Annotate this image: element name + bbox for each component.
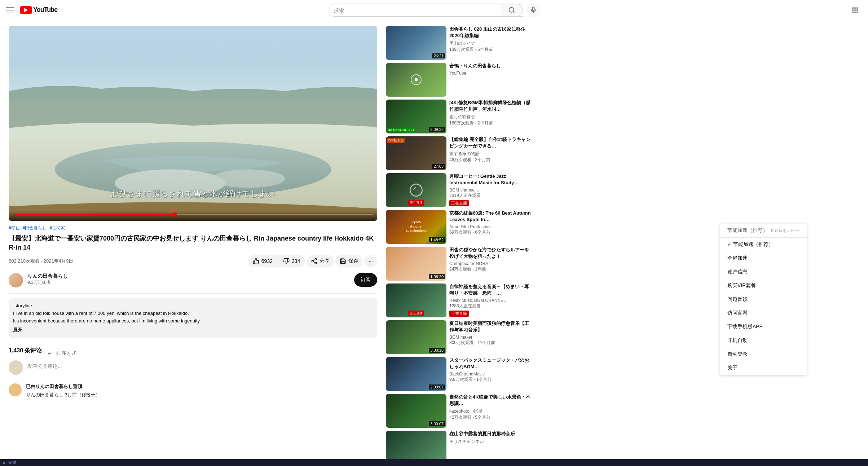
context-menu-item-mobile[interactable]: 下载手机版APP — [720, 320, 807, 334]
tag-kominka[interactable]: #古民家 — [49, 225, 65, 231]
context-menu-item-about[interactable]: 关于 — [720, 361, 807, 375]
like-dislike-container: 6932 334 — [248, 255, 305, 267]
sidebar-item[interactable]: 4K HEALING VID 3:09:32 [4K]修复BGM和排排鲜鲜绿色植… — [386, 100, 532, 133]
context-menu: 节能加速（推荐） 加速状态：开 开 ✓ 节能加速（推荐） 全局加速 账户信息 购… — [720, 224, 807, 375]
sidebar-title: 在山谷中露营的夏日的那种音乐 — [449, 431, 532, 437]
channel-details: りんの田舎暮らし 9.3万订阅者 — [27, 273, 354, 286]
comment-text: りんの田舎暮らし 3月前（修改于） — [26, 391, 377, 399]
svg-line-20 — [313, 260, 315, 261]
channel-avatar[interactable] — [9, 273, 23, 287]
sidebar-thumbnail — [386, 63, 446, 97]
dislike-button[interactable]: 334 — [278, 255, 305, 267]
context-menu-item-jieneng[interactable]: ✓ 节能加速（推荐） — [720, 238, 807, 251]
sidebar-item-info: 自然の音と4K映像で美しい水景色・不思議… kazephoto · 4K星 42… — [449, 394, 532, 428]
context-menu-item-quanju[interactable]: 全局加速 — [720, 251, 807, 265]
sidebar-meta: 188万次观看 · 2个月前 — [449, 120, 532, 126]
video-duration: 1:48:52 — [429, 237, 445, 242]
checkmark-icon: ✓ — [727, 241, 733, 247]
sidebar-channel: BGM maker — [449, 335, 532, 340]
sidebar-thumbnail: 正在直播 — [386, 283, 446, 317]
sidebar-thumbnail-kyoto: KyotoAutumn60 Selections 1:48:52 — [386, 210, 446, 244]
sidebar-item[interactable]: DIY軽トラ 27:03 【総集編 完全版】自作の軽トラキャンピングカーができる… — [386, 136, 532, 170]
sidebar-thumbnail: 3:00:07 — [386, 394, 446, 428]
video-player[interactable]: おひさまに照らされて雪と氷が解けてしまい — [9, 26, 377, 221]
youtube-logo[interactable]: YouTube — [20, 6, 57, 14]
tag-ijuu[interactable]: #移住 — [9, 225, 20, 231]
sidebar-title: 【総集編 完全版】自作の軽トラキャンピングカーができる… — [449, 136, 532, 149]
video-title: 【最安】北海道で一番安い家賃7000円の古民家の中お見せします りんの田舎暮らし… — [9, 234, 377, 252]
svg-rect-10 — [854, 12, 855, 13]
commenter-name[interactable]: 已由りんの田舎暮らし置顶 — [26, 384, 82, 389]
sidebar-item-kyoto[interactable]: KyotoAutumn60 Selections 1:48:52 京都の紅葉60… — [386, 210, 532, 244]
svg-rect-5 — [856, 7, 858, 8]
video-duration: 3:00:16 — [429, 348, 445, 353]
video-controls[interactable] — [9, 211, 377, 221]
sidebar-channel: 癒しの映像音 — [449, 114, 532, 120]
video-tags: #移住 #田舎暮らし #古民家 — [9, 225, 377, 231]
status-text: 完成 — [8, 460, 16, 465]
apps-icon[interactable] — [848, 3, 862, 17]
sidebar-channel: kazephoto · 4K星 — [449, 408, 532, 414]
like-button[interactable]: 6932 — [248, 255, 278, 267]
sidebar-item[interactable]: 3:00:16 夏日结束时美丽而孤独的疗愈音乐【工作与学习音乐】 BGM mak… — [386, 320, 532, 354]
sidebar-item[interactable]: 3:00:07 自然の音と4K映像で美しい水景色・不思議… kazephoto … — [386, 394, 532, 428]
sidebar-item[interactable]: 1:08:20 田舎の穏やかな海でひたすらルアーを投げて大物を狙ったよ！ Car… — [386, 247, 532, 281]
tag-inaka[interactable]: #田舎暮らし — [23, 225, 47, 231]
sidebar-item-info: 京都の紅葉60選: The 60 Best Autumn Leaves Spot… — [449, 210, 532, 244]
context-menu-item-vip[interactable]: 购买VIP套餐 — [720, 279, 807, 293]
sidebar-item-info: 田舎暮らし 028 里山の古民家に移住 2020年総集編 里山のシイナ 139万… — [449, 26, 532, 60]
subscribe-button[interactable]: 订阅 — [354, 273, 377, 287]
share-button[interactable]: 分享 — [307, 255, 334, 267]
sidebar-item[interactable]: 正在直播 月曜コーヒー: Gentle Jazz Instrumental Mu… — [386, 173, 532, 207]
save-button[interactable]: 保存 — [335, 255, 363, 267]
video-subtitle: おひさまに照らされて雪と氷が解けてしまい — [111, 188, 275, 199]
kyoto-text: KyotoAutumn60 Selections — [406, 220, 427, 233]
context-menu-item-feedback[interactable]: 问题反馈 — [720, 293, 807, 306]
sidebar-item-info: 夏日结束时美丽而孤独的疗愈音乐【工作与学习音乐】 BGM maker 300万次… — [449, 320, 532, 354]
video-date-text: 2021年4月9日 — [44, 258, 73, 264]
sidebar-channel: Relax Music BGM CHANNEL — [449, 298, 532, 303]
svg-rect-4 — [854, 7, 855, 8]
more-button[interactable]: ··· — [364, 255, 377, 267]
svg-rect-8 — [856, 9, 858, 10]
sort-button[interactable]: 排序方式 — [48, 350, 76, 357]
search-input[interactable] — [328, 4, 501, 16]
sidebar-item[interactable]: 正在直播 自律神経を整える音楽～【めまい・耳鳴り・不安感・恐怖・… Relax … — [386, 283, 532, 317]
sidebar-item-info: スターバックスミュージック・パのおしゃれBGM… BackGroundMusic… — [449, 357, 532, 391]
header-left: YouTube — [6, 6, 78, 14]
sidebar-item[interactable]: 2:09:07 スターバックスミュージック・パのおしゃれBGM… BackGro… — [386, 357, 532, 391]
sidebar-meta: 69万次观看 · 6个月前 — [449, 229, 532, 236]
menu-icon[interactable] — [6, 6, 14, 14]
context-menu-item-autologin[interactable]: 自动登录 — [720, 347, 807, 361]
sidebar-meta: 42万次观看 · 5个月前 — [449, 414, 532, 421]
sidebar-title: 月曜コーヒー: Gentle Jazz Instrumental Music f… — [449, 173, 532, 186]
svg-rect-6 — [852, 9, 854, 10]
svg-point-16 — [315, 259, 317, 260]
sidebar-channel: BGM channel ♪ — [449, 188, 532, 193]
context-menu-header: 节能加速（推荐） 加速状态：开 开 — [720, 224, 807, 238]
context-menu-item-autostart[interactable]: 开机自动 — [720, 334, 807, 347]
sidebar-item[interactable]: 26:21 田舎暮らし 028 里山の古民家に移住 2020年総集編 里山のシイ… — [386, 26, 532, 60]
header-right — [790, 3, 862, 17]
sidebar-title: 田舎暮らし 028 里山の古民家に移住 2020年総集編 — [449, 26, 532, 39]
search-button[interactable] — [501, 4, 523, 17]
user-avatar — [9, 360, 23, 375]
context-menu-item-website[interactable]: 访问官网 — [720, 306, 807, 320]
mic-button[interactable] — [526, 3, 541, 17]
context-menu-item-account[interactable]: 账户信息 — [720, 265, 807, 279]
sidebar-title: [4K]修复BGM和排排鲜鲜绿色植物（腊竹腊鸟竹川声，河水叫… — [449, 100, 532, 113]
sidebar-title: 自律神経を整える音楽～【めまい・耳鳴り・不安感・恐怖・… — [449, 283, 532, 296]
sidebar-title: 合鴨・りんの田舎暮らし — [449, 63, 532, 69]
sidebar-channel: モリネチャンネル — [449, 439, 532, 445]
sidebar-item-info: 【総集編 完全版】自作の軽トラキャンピングカーができる… 旅する家の物語 46万… — [449, 136, 532, 170]
svg-point-17 — [312, 260, 314, 262]
channel-name[interactable]: りんの田舎暮らし — [27, 273, 354, 280]
svg-line-19 — [313, 262, 315, 263]
sidebar-meta: 2319人正在观看 — [449, 193, 532, 199]
expand-button[interactable]: 展开 — [13, 326, 373, 334]
sidebar-meta: 1286人正在观看 — [449, 303, 532, 309]
progress-bar[interactable] — [13, 214, 373, 215]
progress-fill — [13, 214, 175, 215]
sidebar-item[interactable]: 合鴨・りんの田舎暮らし YouTube — [386, 63, 532, 97]
comment-input[interactable] — [27, 360, 377, 372]
